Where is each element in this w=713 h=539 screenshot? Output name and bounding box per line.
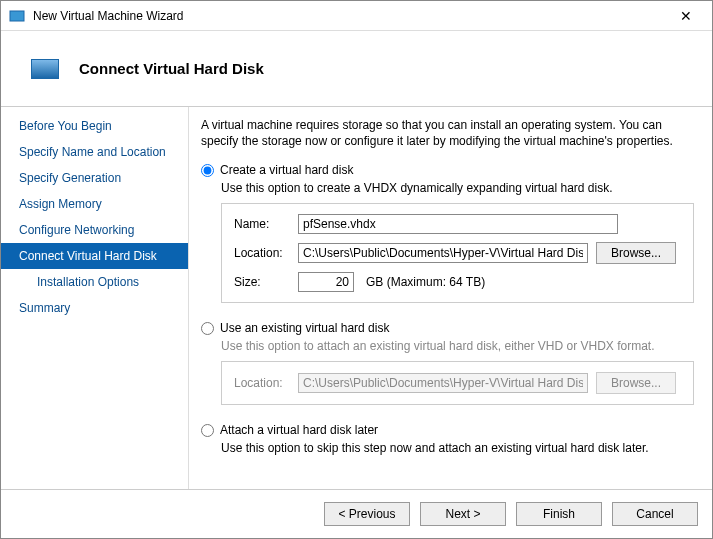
option-attach-later: Attach a virtual hard disk later Use thi… — [201, 423, 694, 455]
existing-location-input — [298, 373, 588, 393]
name-label: Name: — [234, 217, 290, 231]
radio-existing-vhd-desc: Use this option to attach an existing vi… — [221, 339, 694, 353]
previous-button[interactable]: < Previous — [324, 502, 410, 526]
location-label: Location: — [234, 246, 290, 260]
size-label: Size: — [234, 275, 290, 289]
existing-vhd-fields: Location: Browse... — [221, 361, 694, 405]
existing-location-label: Location: — [234, 376, 290, 390]
step-configure-networking[interactable]: Configure Networking — [1, 217, 188, 243]
radio-existing-vhd-label: Use an existing virtual hard disk — [220, 321, 389, 335]
finish-button[interactable]: Finish — [516, 502, 602, 526]
step-installation-options[interactable]: Installation Options — [1, 269, 188, 295]
size-suffix: GB (Maximum: 64 TB) — [366, 275, 485, 289]
cancel-button[interactable]: Cancel — [612, 502, 698, 526]
close-icon[interactable]: ✕ — [666, 2, 706, 30]
step-specify-generation[interactable]: Specify Generation — [1, 165, 188, 191]
size-input[interactable] — [298, 272, 354, 292]
intro-text: A virtual machine requires storage so th… — [201, 117, 694, 149]
wizard-content: A virtual machine requires storage so th… — [189, 107, 712, 489]
wizard-footer: < Previous Next > Finish Cancel — [1, 489, 712, 538]
wizard-header: Connect Virtual Hard Disk — [1, 31, 712, 107]
name-input[interactable] — [298, 214, 618, 234]
create-vhd-fields: Name: Location: Browse... Size: GB (Maxi… — [221, 203, 694, 303]
existing-browse-button: Browse... — [596, 372, 676, 394]
step-connect-vhd[interactable]: Connect Virtual Hard Disk — [1, 243, 188, 269]
radio-create-vhd-label: Create a virtual hard disk — [220, 163, 353, 177]
step-specify-name[interactable]: Specify Name and Location — [1, 139, 188, 165]
wizard-window: New Virtual Machine Wizard ✕ Connect Vir… — [0, 0, 713, 539]
option-existing-vhd: Use an existing virtual hard disk Use th… — [201, 321, 694, 405]
wizard-header-icon — [31, 59, 59, 79]
location-input[interactable] — [298, 243, 588, 263]
step-before-you-begin[interactable]: Before You Begin — [1, 113, 188, 139]
window-title: New Virtual Machine Wizard — [33, 9, 666, 23]
radio-existing-vhd[interactable] — [201, 322, 214, 335]
radio-attach-later[interactable] — [201, 424, 214, 437]
next-button[interactable]: Next > — [420, 502, 506, 526]
wizard-steps: Before You Begin Specify Name and Locati… — [1, 107, 189, 489]
app-icon — [9, 8, 25, 24]
browse-button[interactable]: Browse... — [596, 242, 676, 264]
titlebar: New Virtual Machine Wizard ✕ — [1, 1, 712, 31]
radio-create-vhd[interactable] — [201, 164, 214, 177]
radio-attach-later-desc: Use this option to skip this step now an… — [221, 441, 694, 455]
step-assign-memory[interactable]: Assign Memory — [1, 191, 188, 217]
radio-attach-later-label: Attach a virtual hard disk later — [220, 423, 378, 437]
step-summary[interactable]: Summary — [1, 295, 188, 321]
page-title: Connect Virtual Hard Disk — [79, 60, 264, 77]
option-create-vhd: Create a virtual hard disk Use this opti… — [201, 163, 694, 303]
svg-rect-0 — [10, 11, 24, 21]
wizard-body: Before You Begin Specify Name and Locati… — [1, 107, 712, 489]
radio-create-vhd-desc: Use this option to create a VHDX dynamic… — [221, 181, 694, 195]
